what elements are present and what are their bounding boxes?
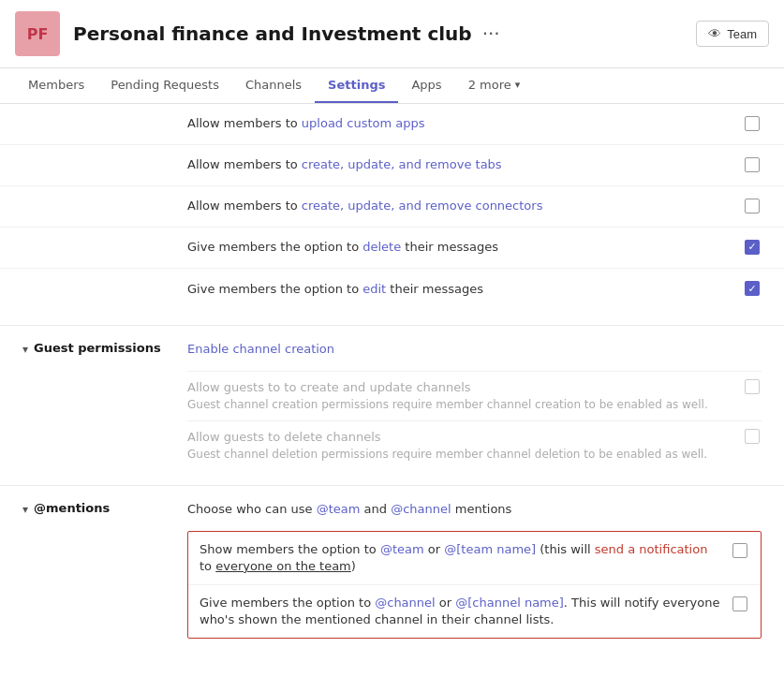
- setting-label: Allow members to create, update, and rem…: [187, 198, 730, 214]
- setting-create-update-connectors: Allow members to create, update, and rem…: [0, 186, 784, 228]
- team-button[interactable]: 👁 Team: [696, 21, 769, 47]
- guest-permissions-header: ▾ Guest permissions Enable channel creat…: [0, 326, 784, 371]
- eye-icon: 👁: [708, 26, 721, 41]
- checkbox-channel-mention[interactable]: [732, 596, 749, 613]
- guest-delete-channels-row: Allow guests to delete channels Guest ch…: [187, 420, 762, 470]
- mentions-title: @mentions: [34, 501, 110, 515]
- enable-channel-creation-link[interactable]: Enable channel creation: [187, 342, 334, 356]
- settings-scroll-area[interactable]: Allow members to upload custom apps Allo…: [0, 104, 784, 677]
- setting-create-update-tabs: Allow members to create, update, and rem…: [0, 145, 784, 186]
- tab-apps[interactable]: Apps: [398, 68, 454, 103]
- setting-label: Give members the option to delete their …: [187, 239, 730, 256]
- avatar: PF: [15, 11, 60, 56]
- channel-mention-row: Give members the option to @channel or @…: [188, 585, 761, 638]
- setting-label: Allow members to upload custom apps: [187, 115, 730, 132]
- checkbox-edit-messages[interactable]: [745, 281, 762, 298]
- checkbox-upload-custom-apps[interactable]: [745, 116, 762, 133]
- guest-delete-channels-sublabel: Guest channel deletion permissions requi…: [187, 448, 730, 463]
- header: PF Personal finance and Investment club …: [0, 0, 784, 68]
- guest-create-channels-row: Allow guests to to create and update cha…: [187, 371, 762, 420]
- team-mention-row: Show members the option to @team or @[te…: [188, 532, 761, 585]
- checkbox-guest-delete-channels[interactable]: [745, 429, 762, 446]
- guest-permissions-sub-rows: Allow guests to to create and update cha…: [0, 371, 784, 470]
- checkbox-delete-messages[interactable]: [745, 240, 762, 257]
- mentions-header: ▾ @mentions Choose who can use @team and…: [0, 486, 784, 531]
- setting-delete-messages: Give members the option to delete their …: [0, 228, 784, 269]
- mentions-header-text: Choose who can use @team and @channel me…: [187, 502, 511, 516]
- channel-mention-label: Give members the option to @channel or @…: [200, 595, 721, 628]
- setting-label: Give members the option to edit their me…: [187, 281, 730, 298]
- mentions-options-container: Show members the option to @team or @[te…: [0, 531, 784, 662]
- setting-label: Allow members to create, update, and rem…: [187, 156, 730, 173]
- mentions-highlighted-box: Show members the option to @team or @[te…: [187, 531, 762, 640]
- collapse-mentions-arrow-icon[interactable]: ▾: [22, 503, 28, 516]
- setting-edit-messages: Give members the option to edit their me…: [0, 269, 784, 310]
- tab-members[interactable]: Members: [15, 68, 97, 103]
- setting-upload-custom-apps: Allow members to upload custom apps: [0, 104, 784, 145]
- guest-create-channels-sublabel: Guest channel creation permissions requi…: [187, 398, 730, 413]
- guest-delete-channels-label: Allow guests to delete channels: [187, 429, 730, 446]
- mentions-section: ▾ @mentions Choose who can use @team and…: [0, 485, 784, 662]
- checkbox-team-mention[interactable]: [732, 543, 749, 560]
- chevron-down-icon: ▾: [515, 79, 521, 91]
- tab-pending-requests[interactable]: Pending Requests: [97, 68, 232, 103]
- member-permission-rows: Allow members to upload custom apps Allo…: [0, 104, 784, 325]
- nav-tabs: Members Pending Requests Channels Settin…: [0, 68, 784, 104]
- team-mention-label: Show members the option to @team or @[te…: [200, 541, 721, 575]
- guest-permissions-title: Guest permissions: [34, 341, 161, 355]
- page-title: Personal finance and Investment club ···: [73, 22, 696, 45]
- checkbox-guest-create-channels[interactable]: [745, 379, 762, 396]
- guest-permissions-section: ▾ Guest permissions Enable channel creat…: [0, 325, 784, 485]
- tab-channels[interactable]: Channels: [232, 68, 315, 103]
- tab-settings[interactable]: Settings: [315, 68, 398, 103]
- checkbox-create-update-connectors[interactable]: [745, 199, 762, 215]
- collapse-arrow-icon[interactable]: ▾: [22, 343, 28, 356]
- checkbox-create-update-tabs[interactable]: [745, 157, 762, 174]
- tab-more[interactable]: 2 more ▾: [455, 68, 534, 103]
- guest-create-channels-label: Allow guests to to create and update cha…: [187, 379, 730, 396]
